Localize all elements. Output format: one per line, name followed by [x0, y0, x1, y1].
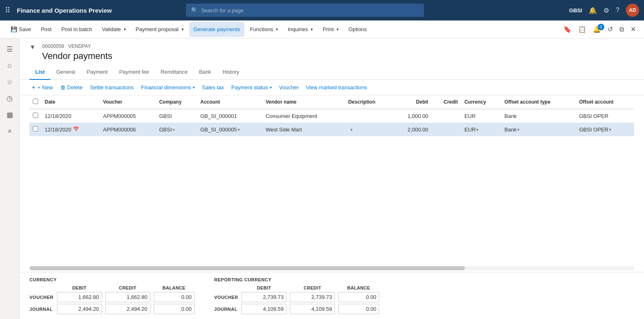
- open-in-new-icon[interactable]: ⧉: [618, 24, 626, 35]
- cell-voucher: APPM000005: [100, 109, 156, 123]
- search-bar[interactable]: 🔍: [186, 4, 424, 17]
- financial-dimensions-button[interactable]: Financial dimensions: [139, 83, 197, 92]
- settle-transactions-button[interactable]: Settle transactions: [87, 83, 136, 92]
- reporting-journal-debit: [241, 304, 287, 314]
- account-dropdown[interactable]: GB_SI_000005 ▾: [200, 127, 259, 133]
- reporting-journal-label: JOURNAL: [214, 307, 239, 312]
- cell-currency: EUR: [461, 109, 501, 123]
- payment-proposal-button[interactable]: Payment proposal: [132, 22, 188, 37]
- reporting-journal-balance: [338, 304, 379, 314]
- view-marked-transactions-button[interactable]: View marked transactions: [304, 83, 370, 92]
- cell-offset-account: GBSI OPER: [576, 109, 634, 123]
- save-button[interactable]: 💾 Save: [7, 22, 35, 37]
- print-button[interactable]: Print: [319, 22, 343, 37]
- table-toolbar: + + New 🗑 Delete Settle transactions Fin…: [20, 80, 644, 95]
- currency-balance-header: BALANCE: [154, 285, 195, 290]
- tab-bank[interactable]: Bank: [193, 65, 217, 80]
- functions-button[interactable]: Functions: [246, 22, 282, 37]
- sidebar-icon-workspaces[interactable]: ▦: [2, 107, 17, 122]
- reporting-currency-totals-section: REPORTING CURRENCY DEBIT CREDIT BALANCE …: [214, 277, 380, 314]
- page-header: ▼ 00000058 : VENDPAY Vendor payments: [20, 38, 644, 65]
- tab-list[interactable]: List: [30, 65, 50, 80]
- row-checkbox[interactable]: [33, 113, 38, 118]
- search-input[interactable]: [201, 7, 419, 14]
- description-dropdown[interactable]: ▾: [348, 127, 389, 133]
- table-row[interactable]: 12/18/2020 APPM000005 GBSI GB_SI_000001 …: [30, 109, 634, 123]
- delete-icon: 🗑: [60, 84, 66, 90]
- bookmark-icon[interactable]: 🔖: [562, 24, 573, 35]
- reporting-debit-header: DEBIT: [241, 285, 287, 290]
- tab-general[interactable]: General: [50, 65, 81, 80]
- sidebar-icon-modules[interactable]: ≡: [2, 124, 17, 138]
- cell-check[interactable]: [30, 123, 41, 136]
- validate-button[interactable]: Validate: [98, 22, 130, 37]
- row-checkbox[interactable]: [33, 126, 38, 131]
- cell-date: 12/18/2020: [41, 109, 100, 123]
- sales-tax-button[interactable]: Sales tax: [200, 83, 226, 92]
- sidebar-icon-menu[interactable]: ☰: [2, 42, 17, 57]
- notification-badge: 0: [598, 24, 604, 30]
- footer-totals: CURRENCY DEBIT CREDIT BALANCE VOUCHER JO…: [20, 272, 644, 319]
- filter-icon[interactable]: ▼: [30, 43, 36, 50]
- currency-debit-header: DEBIT: [57, 285, 102, 290]
- inquiries-button[interactable]: Inquiries: [284, 22, 317, 37]
- close-icon[interactable]: ✕: [629, 24, 637, 35]
- notification-icon[interactable]: 🔔: [589, 7, 597, 14]
- currency-voucher-debit: [57, 292, 102, 302]
- panel-icon[interactable]: 📋: [576, 24, 588, 35]
- post-in-batch-button[interactable]: Post in batch: [57, 22, 96, 37]
- refresh-icon[interactable]: ↺: [606, 24, 614, 35]
- table-row[interactable]: 12/18/2020 📅 APPM000006 GBSI ▾: [30, 123, 634, 136]
- cell-check[interactable]: [30, 109, 41, 123]
- currency-dropdown[interactable]: EUR ▾: [464, 127, 498, 133]
- currency-journal-balance: [154, 304, 195, 314]
- horizontal-scrollbar-thumb[interactable]: [30, 266, 465, 270]
- currency-journal-debit: [57, 304, 102, 314]
- sidebar: ☰ ⌂ ☆ ◷ ▦ ≡: [0, 38, 20, 319]
- badge-container: 🔔 0: [591, 25, 603, 33]
- reporting-credit-header: CREDIT: [290, 285, 335, 290]
- currency-voucher-balance: [154, 292, 195, 302]
- dropdown-arrow-icon: ▾: [476, 127, 478, 132]
- content-area: ▼ 00000058 : VENDPAY Vendor payments Lis…: [20, 38, 644, 319]
- table-body: 12/18/2020 APPM000005 GBSI GB_SI_000001 …: [30, 109, 634, 136]
- cell-company: GBSI ▾: [156, 123, 197, 136]
- sidebar-icon-recent[interactable]: ◷: [2, 91, 17, 106]
- help-icon[interactable]: ?: [616, 7, 619, 14]
- delete-button[interactable]: 🗑 Delete: [58, 83, 85, 92]
- sidebar-icon-home[interactable]: ⌂: [2, 58, 17, 73]
- cell-company: GBSI: [156, 109, 197, 123]
- reporting-voucher-label: VOUCHER: [214, 295, 239, 300]
- post-button[interactable]: Post: [37, 22, 56, 37]
- voucher-button[interactable]: Voucher: [277, 83, 301, 92]
- tab-payment-fee[interactable]: Payment fee: [114, 65, 155, 80]
- avatar[interactable]: AD: [626, 4, 639, 17]
- cell-credit: [432, 123, 461, 136]
- cell-currency: EUR ▾: [461, 123, 501, 136]
- payments-table: Date Voucher Company Account Vendor name…: [30, 95, 634, 136]
- app-grid-icon[interactable]: ⠿: [5, 6, 10, 15]
- options-button[interactable]: Options: [344, 22, 371, 37]
- tab-payment[interactable]: Payment: [81, 65, 113, 80]
- cell-offset-account-type: Bank: [501, 109, 576, 123]
- col-currency: Currency: [461, 95, 501, 109]
- tab-history[interactable]: History: [217, 65, 245, 80]
- offset-type-dropdown[interactable]: Bank ▾: [505, 127, 573, 133]
- cell-debit: 2,000.00: [393, 123, 432, 136]
- new-button[interactable]: + + New: [30, 83, 55, 92]
- user-label: GBSI: [569, 7, 582, 14]
- col-date: Date: [41, 95, 100, 109]
- select-all-checkbox[interactable]: [33, 99, 38, 104]
- save-icon: 💾: [11, 26, 17, 32]
- horizontal-scrollbar-track[interactable]: [20, 265, 644, 272]
- tab-remittance[interactable]: Remittance: [155, 65, 193, 80]
- company-dropdown[interactable]: GBSI ▾: [159, 127, 194, 133]
- col-description: Description: [345, 95, 393, 109]
- offset-account-dropdown[interactable]: GBSI OPER ▾: [579, 127, 631, 133]
- calendar-icon[interactable]: 📅: [73, 127, 79, 132]
- sidebar-icon-favorites[interactable]: ☆: [2, 75, 17, 89]
- generate-payments-button[interactable]: Generate payments: [189, 22, 244, 37]
- payment-status-button[interactable]: Payment status: [229, 83, 274, 92]
- col-offset-account-type: Offset account type: [501, 95, 576, 109]
- settings-icon[interactable]: ⚙: [603, 7, 609, 14]
